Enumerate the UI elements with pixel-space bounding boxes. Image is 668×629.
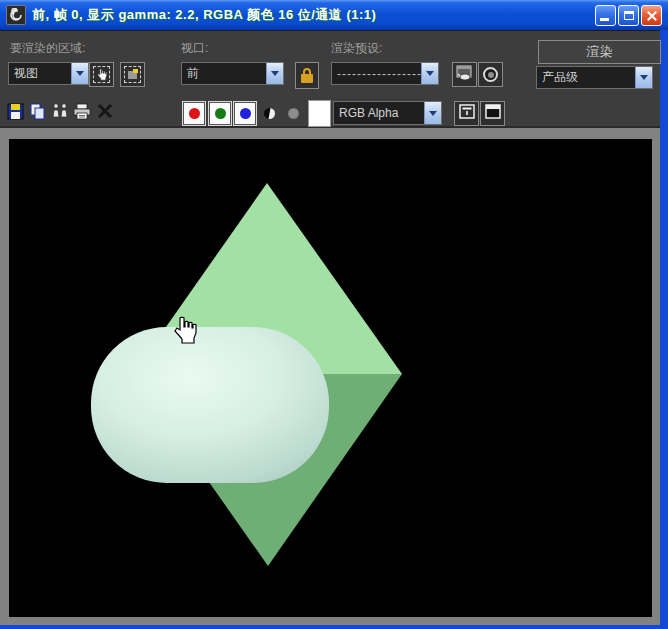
clone-window-icon [51,103,69,123]
save-image-button[interactable] [4,101,26,125]
viewport-lock-icon [301,74,313,83]
titlebar[interactable]: 前, 帧 0, 显示 gamma: 2.2, RGBA 颜色 16 位/通道 (… [0,0,668,30]
toggle-overlays-icon [459,104,475,123]
red-channel-icon [189,108,200,119]
monochrome-button[interactable] [259,101,279,126]
render-canvas[interactable] [9,139,652,617]
dropdown-arrow-icon[interactable] [424,102,441,124]
render-preset-dropdown[interactable]: ------------------------- [331,62,439,85]
auto-region-button[interactable] [120,62,145,87]
dropdown-arrow-icon[interactable] [635,67,652,88]
monochrome-icon [264,108,275,119]
print-image-button[interactable] [71,101,93,125]
capsule-object [91,327,329,483]
environment-dialog-button[interactable] [478,62,503,87]
copy-image-button[interactable] [26,101,48,125]
green-channel-button[interactable] [208,101,232,126]
display-channel-dropdown[interactable]: RGB Alpha [333,101,442,125]
window-title: 前, 帧 0, 显示 gamma: 2.2, RGBA 颜色 16 位/通道 (… [32,6,591,24]
toggle-overlays-button[interactable] [454,101,479,126]
alpha-channel-icon [288,108,299,119]
render-quality-value: 产品级 [542,69,596,86]
alpha-channel-button[interactable] [283,101,303,126]
edit-region-button[interactable] [89,62,114,87]
area-to-render-label: 要渲染的区域: [10,40,85,57]
maximize-icon [624,11,634,20]
background-color-swatch[interactable] [308,100,331,127]
render-button[interactable]: 渲染 [538,40,661,64]
clear-icon [97,103,113,123]
minimize-button[interactable] [595,5,616,26]
viewport-value: 前 [187,65,217,82]
clone-window-button[interactable] [49,101,71,125]
blue-channel-icon [240,108,251,119]
minimize-icon [600,18,609,21]
environment-icon [483,67,498,82]
toggle-ui-icon [485,104,501,123]
toggle-ui-button[interactable] [480,101,505,126]
toolbar: 要渲染的区域: 视口: 渲染预设: 视图 [0,30,660,128]
display-channel-value: RGB Alpha [339,106,416,120]
window-icon [6,5,26,25]
print-icon [73,103,92,124]
rendered-frame-window: 前, 帧 0, 显示 gamma: 2.2, RGBA 颜色 16 位/通道 (… [0,0,668,629]
save-icon [7,103,24,124]
lock-viewport-button[interactable] [295,62,319,89]
auto-region-icon [124,66,141,83]
render-preset-label: 渲染预设: [331,40,382,57]
copy-icon [29,103,46,124]
dropdown-arrow-icon[interactable] [71,63,88,84]
red-channel-button[interactable] [182,101,206,126]
dropdown-arrow-icon[interactable] [266,63,283,84]
maximize-button[interactable] [618,5,639,26]
clear-button[interactable] [94,101,116,125]
dropdown-arrow-icon[interactable] [421,63,438,84]
area-to-render-dropdown[interactable]: 视图 [8,62,89,85]
window-controls [595,5,662,26]
area-to-render-value: 视图 [14,65,56,82]
client-area: 要渲染的区域: 视口: 渲染预设: 视图 [0,30,660,625]
green-channel-icon [215,108,226,119]
edit-region-icon [93,66,110,83]
viewport-label: 视口: [181,40,208,57]
viewport-dropdown[interactable]: 前 [181,62,284,85]
render-quality-dropdown[interactable]: 产品级 [536,66,653,89]
render-setup-button[interactable] [452,62,477,87]
render-setup-icon [456,65,473,85]
close-button[interactable] [641,5,662,26]
blue-channel-button[interactable] [233,101,257,126]
